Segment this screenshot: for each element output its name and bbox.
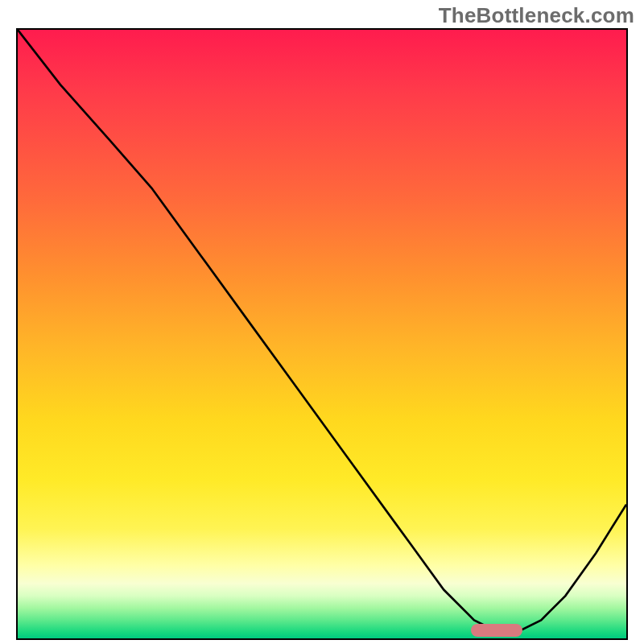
curve-svg	[18, 30, 626, 638]
plot-area	[16, 28, 628, 640]
chart-container: TheBottleneck.com	[0, 0, 644, 644]
min-marker	[471, 624, 522, 637]
watermark-text: TheBottleneck.com	[439, 3, 634, 28]
bottleneck-curve	[18, 30, 626, 632]
